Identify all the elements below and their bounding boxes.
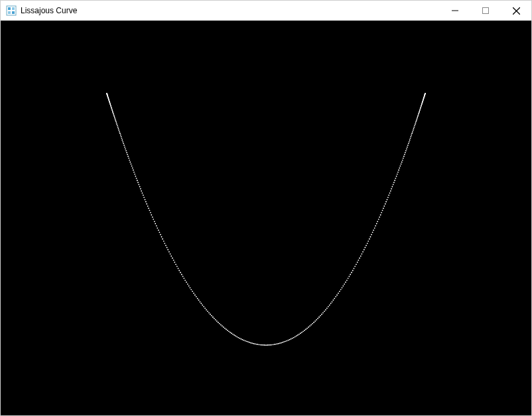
- svg-point-633: [147, 206, 149, 207]
- svg-point-217: [420, 107, 421, 109]
- minimize-button[interactable]: [440, 1, 470, 21]
- svg-point-366: [269, 344, 271, 346]
- svg-point-634: [148, 208, 149, 209]
- svg-point-703: [230, 332, 231, 333]
- svg-point-675: [193, 293, 194, 294]
- svg-point-255: [399, 168, 400, 169]
- svg-point-644: [158, 230, 159, 231]
- svg-point-582: [113, 113, 114, 115]
- svg-point-335: [312, 323, 313, 324]
- svg-point-298: [358, 259, 360, 261]
- svg-point-218: [420, 109, 421, 110]
- svg-point-310: [344, 283, 345, 285]
- svg-point-345: [299, 334, 300, 335]
- svg-point-711: [241, 338, 242, 340]
- svg-point-277: [380, 214, 381, 216]
- svg-point-329: [320, 315, 321, 316]
- svg-rect-2: [12, 7, 15, 10]
- svg-point-324: [326, 308, 328, 309]
- svg-point-358: [281, 342, 282, 344]
- svg-point-630: [145, 199, 146, 200]
- svg-point-267: [389, 192, 391, 194]
- svg-point-684: [204, 308, 206, 309]
- svg-point-670: [187, 283, 188, 285]
- svg-point-647: [161, 236, 163, 238]
- svg-point-269: [387, 197, 389, 198]
- lissajous-curve: [1, 21, 531, 415]
- svg-point-256: [398, 170, 399, 171]
- svg-point-340: [305, 329, 306, 330]
- svg-point-319: [333, 300, 334, 301]
- svg-point-272: [385, 204, 386, 205]
- svg-point-609: [127, 156, 129, 157]
- maximize-button[interactable]: [470, 1, 501, 21]
- svg-point-628: [143, 195, 144, 196]
- svg-point-627: [142, 192, 143, 194]
- svg-point-213: [421, 104, 423, 105]
- svg-point-316: [336, 295, 338, 296]
- svg-point-683: [203, 306, 204, 307]
- svg-point-666: [182, 276, 184, 277]
- close-icon: [513, 7, 520, 15]
- svg-point-266: [390, 190, 391, 192]
- close-button[interactable]: [501, 1, 531, 21]
- svg-point-611: [129, 160, 130, 161]
- svg-point-239: [410, 138, 411, 139]
- svg-point-668: [184, 280, 186, 281]
- svg-point-238: [411, 136, 412, 137]
- svg-point-679: [198, 300, 200, 301]
- svg-point-601: [122, 141, 123, 143]
- svg-point-658: [173, 259, 174, 261]
- svg-point-676: [194, 295, 196, 296]
- svg-point-285: [372, 232, 373, 234]
- svg-point-718: [250, 342, 251, 344]
- svg-point-588: [115, 121, 117, 122]
- svg-point-246: [405, 150, 407, 151]
- svg-point-669: [186, 282, 187, 283]
- svg-point-618: [134, 174, 135, 175]
- svg-point-349: [293, 337, 295, 338]
- svg-point-337: [309, 326, 310, 327]
- svg-point-343: [301, 332, 302, 333]
- svg-point-632: [146, 204, 147, 205]
- svg-point-253: [401, 164, 402, 165]
- svg-point-654: [168, 251, 170, 253]
- svg-point-663: [178, 270, 180, 271]
- svg-point-347: [296, 336, 297, 337]
- svg-point-573: [109, 104, 111, 105]
- svg-point-691: [214, 318, 215, 319]
- svg-point-621: [137, 180, 138, 181]
- svg-point-667: [184, 278, 185, 279]
- svg-point-276: [381, 212, 382, 214]
- svg-point-288: [369, 238, 370, 240]
- svg-point-702: [228, 331, 230, 332]
- svg-point-580: [112, 111, 113, 112]
- svg-point-651: [165, 245, 166, 246]
- svg-point-642: [156, 226, 157, 227]
- svg-point-713: [243, 340, 245, 341]
- svg-point-649: [163, 241, 165, 242]
- svg-point-727: [263, 344, 264, 346]
- svg-point-313: [340, 289, 342, 291]
- svg-point-589: [116, 122, 117, 123]
- svg-point-365: [271, 344, 273, 346]
- svg-point-594: [118, 130, 119, 131]
- titlebar[interactable]: Lissajous Curve: [1, 1, 531, 21]
- svg-point-234: [413, 130, 414, 131]
- svg-point-659: [174, 262, 176, 263]
- svg-point-243: [407, 145, 409, 146]
- svg-point-301: [354, 266, 356, 267]
- svg-rect-3: [8, 11, 11, 14]
- svg-point-270: [387, 199, 388, 200]
- svg-point-715: [246, 341, 247, 342]
- svg-point-362: [275, 344, 277, 345]
- svg-point-705: [232, 334, 233, 335]
- svg-point-653: [167, 249, 168, 251]
- svg-point-584: [113, 115, 115, 117]
- svg-point-646: [160, 234, 161, 236]
- svg-point-356: [283, 342, 285, 343]
- svg-point-693: [216, 320, 218, 322]
- svg-point-227: [416, 119, 417, 121]
- svg-point-348: [295, 336, 296, 338]
- svg-point-629: [143, 197, 145, 198]
